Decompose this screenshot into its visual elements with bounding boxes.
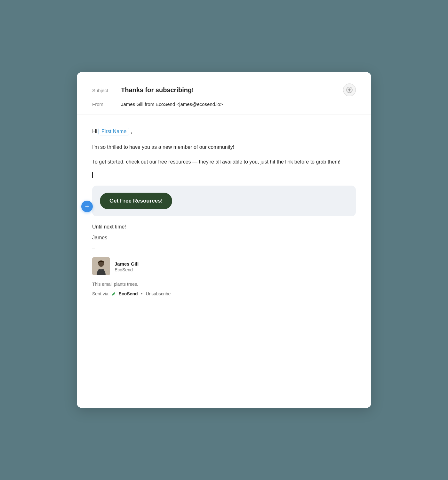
avatar	[92, 257, 110, 275]
dash: –	[92, 246, 356, 252]
email-header: Subject Thanks for subscribing! From Jam…	[77, 72, 371, 115]
unsubscribe-link[interactable]: Unsubscribe	[146, 291, 171, 296]
ecosend-leaf-icon	[110, 291, 117, 297]
footer-row: Sent via EcoSend • Unsubscribe	[92, 291, 356, 297]
eco-note: This email plants trees.	[92, 282, 356, 287]
sent-via-text: Sent via	[92, 291, 108, 296]
cta-block: Get Free Resources!	[92, 186, 356, 216]
leaf-icon	[110, 291, 117, 297]
sender-name: James	[92, 235, 356, 241]
greeting-hi: Hi	[92, 128, 97, 135]
svg-rect-1	[349, 91, 350, 92]
subject-value: Thanks for subscribing!	[121, 86, 343, 94]
greeting-comma: ,	[131, 128, 132, 135]
subject-label: Subject	[92, 88, 121, 93]
text-cursor	[92, 172, 93, 178]
sig-company: EcoSend	[115, 267, 139, 272]
from-value: James Gill from EcoSend <james@ecosend.i…	[121, 101, 356, 107]
footer-separator: •	[141, 291, 143, 296]
ecosend-brand: EcoSend	[119, 291, 138, 296]
lightbulb-icon	[346, 87, 353, 93]
add-block-button[interactable]: +	[81, 201, 93, 212]
greeting-line: Hi First Name ,	[92, 128, 356, 135]
cta-button[interactable]: Get Free Resources!	[100, 193, 172, 209]
sig-name: James Gill	[115, 260, 139, 267]
email-card: Subject Thanks for subscribing! From Jam…	[77, 72, 371, 408]
lightbulb-button[interactable]	[343, 84, 356, 96]
body-paragraph-2: To get started, check out our free resou…	[92, 158, 356, 166]
from-label: From	[92, 101, 121, 107]
signature-info: James Gill EcoSend	[115, 260, 139, 272]
sign-off: Until next time!	[92, 224, 356, 230]
avatar-image	[92, 257, 110, 275]
body-paragraph-1: I'm so thrilled to have you as a new mem…	[92, 143, 356, 151]
first-name-tag[interactable]: First Name	[99, 128, 129, 135]
plus-icon: +	[85, 203, 89, 210]
signature-row: James Gill EcoSend	[92, 257, 356, 275]
email-body: + Hi First Name , I'm so thrilled to hav…	[77, 115, 371, 312]
